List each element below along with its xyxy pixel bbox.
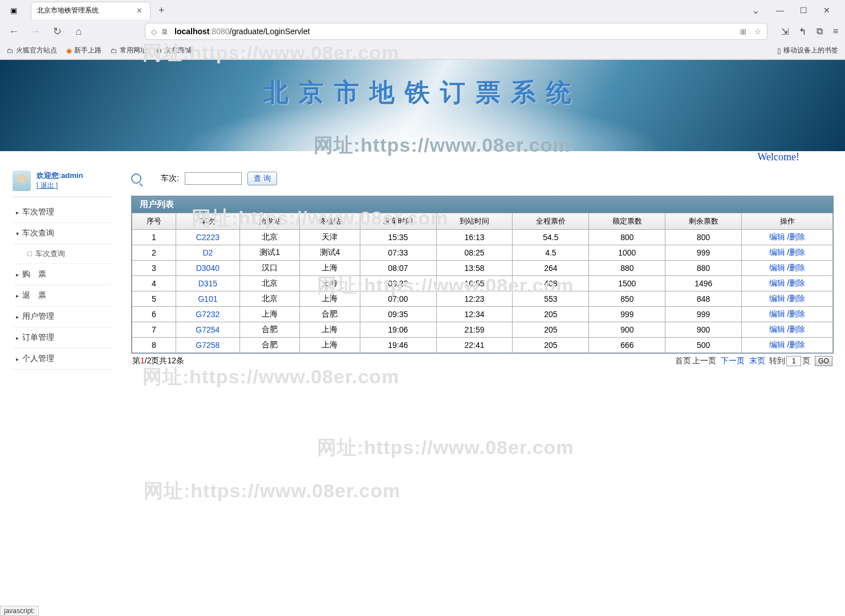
menu-buy-ticket[interactable]: ▸购 票 [13,264,112,285]
menu-train-manage[interactable]: ▸车次管理 [13,202,112,223]
bookmark-item[interactable]: 🗀火狐官方站点 [7,46,57,55]
page-number-input[interactable] [786,356,801,366]
edit-link[interactable]: 编辑 [769,325,785,334]
extensions-icon[interactable]: ⧉ [816,26,823,37]
save-pocket-icon[interactable]: ⇲ [781,26,789,37]
new-tab-icon[interactable]: + [151,5,173,17]
train-link[interactable]: C2223 [196,233,220,242]
bookmark-item[interactable]: ⊕京东商城 [156,46,192,55]
table-header: 序号 [132,213,176,230]
train-link[interactable]: D3040 [196,264,220,273]
delete-link[interactable]: 删除 [789,278,805,287]
edit-link[interactable]: 编辑 [769,248,785,257]
sidebar-toggle-icon[interactable]: ▣ [5,2,23,18]
folder-icon: 🗀 [111,47,117,55]
mobile-bookmarks[interactable]: ▯移动设备上的书签 [777,46,838,55]
user-greeting: 欢迎您:admin [36,171,83,181]
table-row: 2D2测试1测试407:3308:254.51000999编辑 /删除 [132,245,833,261]
edit-link[interactable]: 编辑 [769,309,785,318]
back-icon[interactable]: ← [7,26,21,38]
delete-link[interactable]: 删除 [789,309,805,318]
menu-personal-manage[interactable]: ▸个人管理 [13,348,112,370]
table-header: 终点站 [300,213,360,230]
address-bar[interactable]: ◇ 🗎 localhost:8080/graduate/LoginServlet… [145,23,767,40]
avatar [13,171,31,191]
menu-refund-ticket[interactable]: ▸退 票 [13,285,112,306]
table-row: 6G7232上海合肥09:3512:34205999999编辑 /删除 [132,307,833,322]
delete-link[interactable]: 删除 [789,340,805,349]
train-link[interactable]: D315 [198,279,217,288]
train-link[interactable]: G7232 [196,310,220,319]
bookmarks-bar: 🗀火狐官方站点 ◉新手上路 🗀常用网址 ⊕京东商城 ▯移动设备上的书签 [0,42,845,59]
table-row: 7G7254合肥上海19:0621:59205900900编辑 /删除 [132,322,833,338]
account-icon[interactable]: ↰ [799,26,806,37]
edit-link[interactable]: 编辑 [769,340,785,349]
firefox-icon: ◉ [66,47,72,55]
bookmark-item[interactable]: ◉新手上路 [66,46,101,55]
caret-right-icon: ▸ [16,335,19,341]
welcome-text: Welcome! [0,151,845,165]
train-link[interactable]: D2 [202,248,213,257]
minimize-icon[interactable]: — [776,6,784,15]
table-row: 1C2223北京天津15:3516:1354.5800800编辑 /删除 [132,230,833,245]
train-link[interactable]: G7258 [196,341,220,350]
search-row: 车次: 查 询 [131,172,834,185]
user-box: 欢迎您:admin [ 退出 ] [13,171,112,197]
menu-train-query[interactable]: ▾车次查询 [13,223,112,244]
bookmark-star-icon[interactable]: ☆ [754,27,761,36]
pager-last[interactable]: 末页 [749,356,765,366]
table-row: 3D3040汉口上海08:0713:58264880880编辑 /删除 [132,261,833,276]
table-row: 8G7258合肥上海19:4622:41205666500编辑 /删除 [132,338,833,353]
table-header: 始发站 [239,213,299,230]
app-menu-icon[interactable]: ≡ [833,26,838,37]
edit-link[interactable]: 编辑 [769,278,785,287]
qr-icon[interactable]: ⊞ [740,27,746,36]
browser-chrome: ▣ 北京市地铁管理系统 × + ⌄ — ☐ ✕ ← → ↻ ⌂ ◇ 🗎 loca… [0,0,845,60]
maximize-icon[interactable]: ☐ [800,6,807,15]
shield-icon[interactable]: ◇ [151,27,157,36]
delete-link[interactable]: 删除 [789,248,805,257]
edit-link[interactable]: 编辑 [769,294,785,303]
window-close-icon[interactable]: ✕ [823,6,830,15]
pager: 第1/2页共12条 首页 上一页 下一页 末页 转到 页 GO [131,354,834,368]
home-icon[interactable]: ⌂ [72,26,86,38]
tab-title: 北京市地铁管理系统 [37,6,135,15]
folder-icon: 🗀 [7,47,14,55]
main-content: 车次: 查 询 用户列表 序号车次始发站终点站发车时间到站时间全程票价额定票数剩… [120,165,845,375]
submenu-train-query[interactable]: 车次查询 [13,244,112,264]
train-link[interactable]: G7254 [196,325,220,334]
delete-link[interactable]: 删除 [789,325,805,334]
table-header: 全程票价 [513,213,589,230]
edit-link[interactable]: 编辑 [769,263,785,272]
edit-link[interactable]: 编辑 [769,232,785,241]
pager-first[interactable]: 首页 [675,356,691,366]
close-icon[interactable]: × [135,6,144,16]
browser-tab[interactable]: 北京市地铁管理系统 × [31,2,151,19]
delete-link[interactable]: 删除 [789,263,805,272]
go-button[interactable]: GO [815,356,832,366]
square-icon [27,252,32,256]
tabs-dropdown-icon[interactable]: ⌄ [751,4,760,17]
pager-prev[interactable]: 上一页 [692,356,716,366]
pager-next[interactable]: 下一页 [721,356,745,366]
forward-icon[interactable]: → [29,26,42,38]
data-panel: 用户列表 序号车次始发站终点站发车时间到站时间全程票价额定票数剩余票数操作 1C… [131,196,834,354]
bookmark-item[interactable]: 🗀常用网址 [111,46,147,55]
url-text: localhost:8080/graduate/LoginServlet [174,27,310,36]
logout-link[interactable]: [ 退出 ] [36,181,58,189]
delete-link[interactable]: 删除 [789,294,805,303]
train-number-input[interactable] [185,172,242,185]
page-info-icon[interactable]: 🗎 [161,27,169,36]
table-row: 4D315北京上海08:2216:5540815001496编辑 /删除 [132,276,833,291]
caret-down-icon: ▾ [16,230,19,237]
search-button[interactable]: 查 询 [247,172,277,185]
banner: 北京市地铁订票系统 [0,60,845,151]
train-table: 序号车次始发站终点站发车时间到站时间全程票价额定票数剩余票数操作 1C2223北… [132,213,833,353]
train-link[interactable]: G101 [198,294,217,303]
reload-icon[interactable]: ↻ [50,25,64,38]
table-header: 操作 [742,213,833,230]
menu-order-manage[interactable]: ▸订单管理 [13,327,112,348]
delete-link[interactable]: 删除 [789,232,805,241]
menu-user-manage[interactable]: ▸用户管理 [13,306,112,327]
search-label: 车次: [161,173,179,184]
